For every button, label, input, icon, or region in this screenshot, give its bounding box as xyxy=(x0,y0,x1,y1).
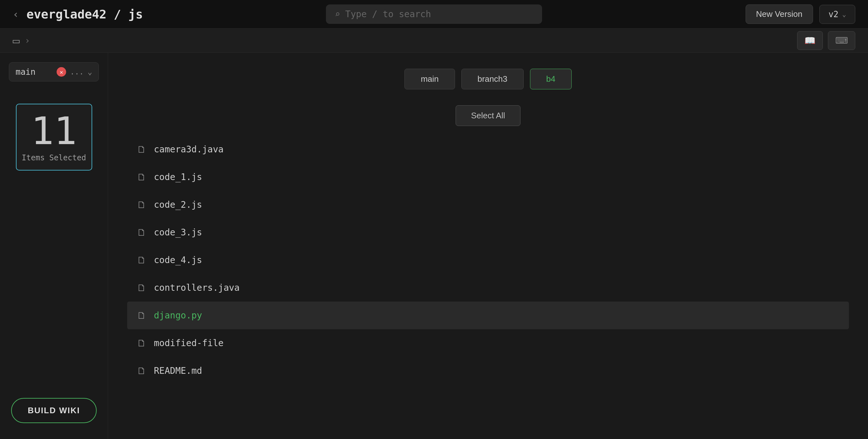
main-content: mainbranch3b4 Select All 🗋camera3d.java🗋… xyxy=(108,53,868,439)
file-icon: 🗋 xyxy=(137,227,146,238)
file-icon: 🗋 xyxy=(137,255,146,266)
branch-tabs: mainbranch3b4 xyxy=(127,69,849,89)
file-item[interactable]: 🗋django.py xyxy=(127,301,849,329)
chevron-down-icon: ⌄ xyxy=(842,10,846,18)
file-icon: 🗋 xyxy=(137,338,146,349)
file-item[interactable]: 🗋modified-file xyxy=(127,329,849,357)
file-item[interactable]: 🗋code_4.js xyxy=(127,246,849,274)
sidebar-toggle-icon[interactable]: ▭ xyxy=(13,34,20,47)
branch-tab-branch3[interactable]: branch3 xyxy=(461,69,524,89)
select-all-row: Select All xyxy=(127,105,849,126)
file-name: code_1.js xyxy=(154,172,202,182)
file-list: 🗋camera3d.java🗋code_1.js🗋code_2.js🗋code_… xyxy=(127,136,849,385)
terminal-view-button[interactable]: ⌨ xyxy=(828,31,855,50)
selected-count-box: 11 Items Selected xyxy=(16,104,92,171)
file-name: code_3.js xyxy=(154,227,202,238)
file-item[interactable]: 🗋camera3d.java xyxy=(127,136,849,163)
build-wiki-button[interactable]: BUILD WIKI xyxy=(11,398,96,423)
header-right: New Version v2 ⌄ xyxy=(746,4,855,24)
version-label: v2 xyxy=(829,9,838,19)
file-name: README.md xyxy=(154,365,202,376)
branch-label: main xyxy=(16,67,53,77)
select-all-button[interactable]: Select All xyxy=(456,105,521,126)
file-item[interactable]: 🗋README.md xyxy=(127,357,849,385)
branch-tab-b4[interactable]: b4 xyxy=(530,69,572,89)
breadcrumb-chevron-icon: › xyxy=(25,35,30,46)
branch-chevron-icon: ⌄ xyxy=(88,67,92,76)
selected-count: 11 xyxy=(31,112,77,150)
top-header: ‹ everglade42 / js ⌕ Type / to search Ne… xyxy=(0,0,868,29)
file-name: django.py xyxy=(154,310,202,321)
selected-label: Items Selected xyxy=(22,153,86,162)
breadcrumb-right: 📖 ⌨ xyxy=(797,31,855,50)
file-item[interactable]: 🗋code_2.js xyxy=(127,191,849,218)
file-name: controllers.java xyxy=(154,283,240,293)
sidebar: main ✕ ... ⌄ 11 Items Selected BUILD WIK… xyxy=(0,53,108,439)
search-bar[interactable]: ⌕ Type / to search xyxy=(326,4,542,24)
breadcrumb-bar: ▭ › 📖 ⌨ xyxy=(0,29,868,53)
back-button[interactable]: ‹ xyxy=(13,8,19,20)
file-icon: 🗋 xyxy=(137,144,146,155)
branch-clear-icon[interactable]: ✕ xyxy=(57,67,66,77)
search-icon: ⌕ xyxy=(335,9,340,20)
file-icon: 🗋 xyxy=(137,365,146,376)
search-placeholder: Type / to search xyxy=(345,9,431,20)
branch-selector[interactable]: main ✕ ... ⌄ xyxy=(9,62,99,82)
file-item[interactable]: 🗋code_3.js xyxy=(127,218,849,246)
branch-ellipsis: ... xyxy=(70,67,84,76)
file-name: camera3d.java xyxy=(154,144,223,155)
branch-tab-main[interactable]: main xyxy=(404,69,455,89)
file-icon: 🗋 xyxy=(137,310,146,321)
book-view-button[interactable]: 📖 xyxy=(797,31,823,50)
file-item[interactable]: 🗋controllers.java xyxy=(127,274,849,301)
file-name: code_4.js xyxy=(154,255,202,265)
repo-title: everglade42 / js xyxy=(26,7,143,21)
file-icon: 🗋 xyxy=(137,172,146,183)
version-dropdown[interactable]: v2 ⌄ xyxy=(819,5,855,24)
file-icon: 🗋 xyxy=(137,282,146,293)
file-item[interactable]: 🗋code_1.js xyxy=(127,163,849,191)
file-name: code_2.js xyxy=(154,200,202,210)
file-name: modified-file xyxy=(154,338,223,348)
file-icon: 🗋 xyxy=(137,199,146,210)
main-layout: main ✕ ... ⌄ 11 Items Selected BUILD WIK… xyxy=(0,53,868,439)
new-version-button[interactable]: New Version xyxy=(746,4,813,24)
